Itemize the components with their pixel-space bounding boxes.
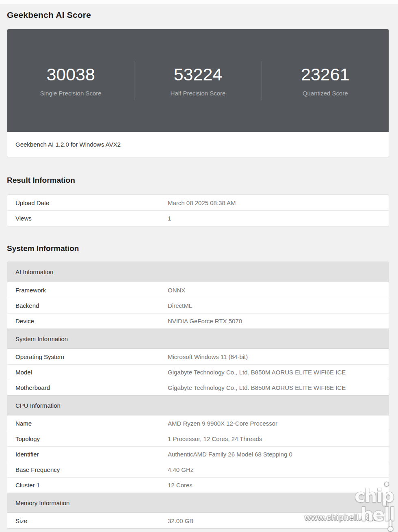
group-header-system-information: System Information [7,329,389,349]
row-value: AMD Ryzen 9 9900X 12-Core Processor [168,420,381,427]
table-row-device: Device NVIDIA GeForce RTX 5070 [7,313,389,329]
half-precision-score-value: 53224 [174,65,223,84]
table-row-framework: Framework ONNX [7,282,389,298]
table-row-motherboard: Motherboard Gigabyte Technology Co., Ltd… [7,380,389,395]
row-label: Device [15,318,168,324]
row-value: 4.40 GHz [168,466,381,473]
system-information-table: AI Information Framework ONNX Backend Di… [7,262,389,529]
page-top-strip [0,0,398,4]
score-quantized: 23261 Quantized Score [262,65,389,96]
table-row-base-frequency: Base Frequency 4.40 GHz [7,462,389,477]
row-label: Model [15,369,168,376]
table-row-cpu-name: Name AMD Ryzen 9 9900X 12-Core Processor [7,415,389,431]
row-value: NVIDIA GeForce RTX 5070 [168,318,381,324]
group-header-cpu-information: CPU Information [7,395,389,415]
row-label: Views [15,215,168,222]
quantized-score-value: 23261 [301,65,350,84]
quantized-score-label: Quantized Score [303,90,348,97]
result-information-table: Upload Date March 08 2025 08:38 AM Views… [7,195,389,226]
row-label: Name [15,420,168,427]
row-value: Gigabyte Technology Co., Ltd. B850M AORU… [168,384,381,391]
row-value: 32.00 GB [168,517,381,524]
score-single-precision: 30038 Single Precision Score [7,65,134,96]
table-row-operating-system: Operating System Microsoft Windows 11 (6… [7,349,389,364]
group-header-ai-information: AI Information [7,262,389,282]
table-row-topology: Topology 1 Processor, 12 Cores, 24 Threa… [7,431,389,446]
table-row-identifier: Identifier AuthenticAMD Family 26 Model … [7,446,389,462]
row-label: Operating System [15,353,168,360]
row-label: Topology [15,435,168,442]
row-label: Motherboard [15,384,168,391]
row-label: Upload Date [15,199,168,206]
score-summary: 30038 Single Precision Score 53224 Half … [7,29,389,132]
row-value: Microsoft Windows 11 (64-bit) [168,353,381,360]
row-label: Identifier [15,451,168,458]
half-precision-score-label: Half Precision Score [171,90,226,97]
row-value: 1 Processor, 12 Cores, 24 Threads [168,435,381,442]
row-label: Backend [15,302,168,309]
score-card: 30038 Single Precision Score 53224 Half … [7,29,389,157]
single-precision-score-label: Single Precision Score [40,90,102,97]
group-header-memory-information: Memory Information [7,493,389,513]
table-row-views: Views 1 [7,210,389,226]
row-value: AuthenticAMD Family 26 Model 68 Stepping… [168,451,381,458]
result-page: Geekbench AI Score 30038 Single Precisio… [0,10,398,529]
row-value: DirectML [168,302,381,309]
score-half-precision: 53224 Half Precision Score [134,65,261,96]
page-title: Geekbench AI Score [7,10,389,20]
row-label: Cluster 1 [15,482,168,489]
table-row-model: Model Gigabyte Technology Co., Ltd. B850… [7,364,389,380]
benchmark-version-text: Geekbench AI 1.2.0 for Windows AVX2 [7,132,389,157]
single-precision-score-value: 30038 [46,65,95,84]
row-value: March 08 2025 08:38 AM [168,199,381,206]
row-label: Framework [15,287,168,294]
row-value: 1 [168,215,381,222]
row-label: Size [15,517,168,524]
table-row-cluster-1: Cluster 1 12 Cores [7,477,389,493]
row-value: 12 Cores [168,482,381,489]
table-row-upload-date: Upload Date March 08 2025 08:38 AM [7,195,389,210]
result-information-heading: Result Information [7,176,389,185]
row-value: Gigabyte Technology Co., Ltd. B850M AORU… [168,369,381,376]
row-value: ONNX [168,287,381,294]
system-information-heading: System Information [7,244,389,253]
row-label: Base Frequency [15,466,168,473]
table-row-memory-size: Size 32.00 GB [7,513,389,528]
table-row-backend: Backend DirectML [7,298,389,313]
